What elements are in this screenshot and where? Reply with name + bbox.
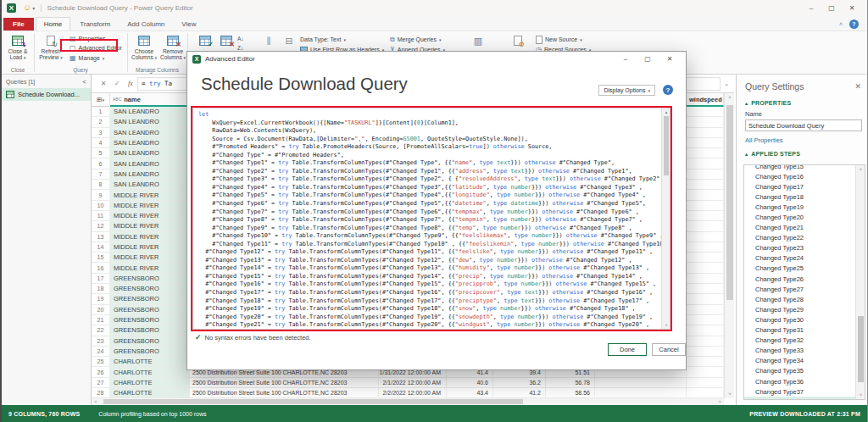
- applied-step-item[interactable]: Changed Type23: [744, 243, 855, 253]
- collapse-triangle-icon[interactable]: ▴: [745, 151, 748, 157]
- applied-step-item[interactable]: Changed Type33: [744, 346, 855, 356]
- scroll-up-icon[interactable]: ˄: [725, 95, 735, 100]
- scroll-up-icon[interactable]: ˄: [856, 167, 865, 172]
- value-cell: 58.56: [546, 388, 595, 397]
- applied-step-item[interactable]: Changed Type27: [744, 284, 855, 294]
- remove-columns-icon: ✕: [167, 36, 179, 46]
- applied-step-item-selected[interactable]: ✕Changed Type38: [744, 397, 855, 400]
- dialog-maximize-button[interactable]: ▢: [637, 55, 659, 63]
- code-line: #"Changed Type14" = try Table.TransformC…: [198, 264, 661, 273]
- sort-ascending-button[interactable]: A↓: [237, 34, 244, 43]
- query-name-input[interactable]: [745, 119, 862, 131]
- applied-step-item[interactable]: Changed Type29: [744, 304, 855, 314]
- applied-step-item[interactable]: Changed Type18: [744, 192, 855, 202]
- applied-step-item[interactable]: Changed Type31: [744, 325, 855, 336]
- code-scrollbar[interactable]: ▴ ˅: [661, 108, 670, 329]
- quick-access-caret-icon[interactable]: ▾: [32, 5, 35, 11]
- dialog-minimize-button[interactable]: –: [615, 55, 637, 63]
- tab-home[interactable]: Home: [36, 17, 70, 31]
- close-button[interactable]: ✕: [842, 4, 862, 12]
- all-properties-link[interactable]: All Properties: [737, 131, 868, 146]
- properties-button[interactable]: ▤ Properties: [70, 34, 105, 43]
- applied-step-item[interactable]: Changed Type25: [744, 264, 855, 274]
- annotation-box-code: let WxQuery=Excel.CurrentWorkbook(){[Nam…: [191, 106, 672, 331]
- scroll-up-icon[interactable]: ▴: [662, 109, 670, 114]
- steps-scrollbar[interactable]: ˄ ˅: [855, 165, 865, 399]
- feedback-smiley-icon[interactable]: ☺: [23, 3, 31, 12]
- advanced-editor-button[interactable]: ▢ Advanced Editor: [70, 43, 122, 53]
- scrollbar-thumb[interactable]: [726, 105, 733, 300]
- collapse-triangle-icon[interactable]: ▴: [745, 100, 748, 106]
- applied-step-item[interactable]: Changed Type15: [744, 164, 855, 171]
- applied-step-item[interactable]: Changed Type19: [744, 202, 855, 212]
- data-source-settings-button[interactable]: ⚙: [504, 33, 532, 48]
- applied-step-item[interactable]: Changed Type21: [744, 223, 855, 233]
- formula-expand-icon[interactable]: ⌄: [724, 81, 729, 87]
- display-options-button[interactable]: Display Options ▾: [598, 85, 655, 96]
- dialog-close-button[interactable]: ✕: [659, 55, 681, 63]
- remove-columns-button[interactable]: ✕ RemoveColumns ▾: [159, 33, 187, 61]
- remove-rows-button[interactable]: ✕: [212, 33, 241, 48]
- tab-view[interactable]: View: [174, 18, 203, 31]
- done-button[interactable]: Done: [608, 343, 647, 356]
- merge-queries-button[interactable]: ⧉ Merge Queries ▾: [390, 35, 442, 44]
- applied-step-item[interactable]: Changed Type20: [744, 212, 855, 222]
- dialog-help-icon[interactable]: ?: [663, 85, 673, 95]
- applied-step-item[interactable]: Changed Type24: [744, 253, 855, 264]
- scrollbar-thumb[interactable]: [103, 399, 523, 404]
- applied-step-item[interactable]: Changed Type26: [744, 274, 855, 284]
- applied-step-item[interactable]: Changed Type35: [744, 366, 855, 376]
- group-by-button[interactable]: ⊟: [275, 33, 303, 48]
- data-type-button[interactable]: Data Type: Text ▾: [300, 35, 346, 44]
- close-settings-icon[interactable]: ✕: [854, 82, 861, 91]
- applied-step-item[interactable]: Changed Type17: [744, 181, 855, 192]
- close-and-load-button[interactable]: ↴ Close &Load ▾: [3, 33, 32, 61]
- empty-cell: [595, 378, 687, 387]
- applied-step-item[interactable]: Changed Type16: [744, 171, 855, 181]
- refresh-preview-button[interactable]: ↻ RefreshPreview ▾: [36, 33, 65, 61]
- maximize-button[interactable]: ▢: [821, 4, 842, 12]
- table-vertical-scrollbar[interactable]: ˄ ˅: [724, 93, 734, 398]
- applied-step-item[interactable]: Changed Type34: [744, 356, 855, 366]
- scroll-right-icon[interactable]: >: [718, 398, 721, 405]
- applied-step-item[interactable]: Changed Type36: [744, 376, 855, 386]
- choose-columns-button[interactable]: ChooseColumns ▾: [130, 33, 159, 61]
- collapse-ribbon-icon[interactable]: ˄: [839, 21, 843, 27]
- manage-parameters-button[interactable]: ▥: [464, 33, 492, 48]
- scroll-down-icon[interactable]: ˅: [725, 391, 735, 397]
- formula-accept-icon[interactable]: ✓: [110, 80, 124, 87]
- scroll-down-icon[interactable]: ˅: [662, 323, 670, 328]
- delete-step-icon[interactable]: ✕: [747, 398, 751, 400]
- windspeed-cell: [687, 158, 724, 168]
- new-source-button[interactable]: New Source ▾: [536, 35, 582, 44]
- column-header-name[interactable]: ABC name: [110, 93, 190, 107]
- formula-cancel-icon[interactable]: ✕: [97, 80, 110, 87]
- query-list-item[interactable]: Schedule Download...: [2, 88, 91, 101]
- help-icon[interactable]: ?: [849, 19, 859, 29]
- cancel-button[interactable]: Cancel: [652, 343, 686, 356]
- table-horizontal-scrollbar[interactable]: < >: [92, 398, 724, 405]
- applied-step-item[interactable]: Changed Type22: [744, 233, 855, 243]
- name-cell: MIDDLE RIVER: [110, 201, 190, 210]
- profiling-status[interactable]: Column profiling based on top 1000 rows: [98, 411, 206, 417]
- scrollbar-thumb[interactable]: [664, 116, 669, 175]
- table-row[interactable]: 27CHARLOTTE2500 Distribution Street Suit…: [92, 378, 724, 388]
- minimize-button[interactable]: –: [801, 4, 821, 12]
- tab-transform[interactable]: Transform: [72, 18, 118, 31]
- tab-file[interactable]: File: [3, 18, 34, 31]
- tab-add-column[interactable]: Add Column: [120, 18, 172, 31]
- scrollbar-thumb[interactable]: [858, 316, 864, 382]
- name-cell: CHARLOTTE: [110, 378, 190, 387]
- applied-step-item[interactable]: Changed Type32: [744, 336, 855, 346]
- scroll-left-icon[interactable]: <: [94, 398, 97, 405]
- collapse-queries-panel-icon[interactable]: <: [82, 78, 86, 86]
- applied-step-item[interactable]: Changed Type28: [744, 294, 855, 304]
- table-row[interactable]: 28CHARLOTTE2500 Distribution Street Suit…: [92, 388, 724, 398]
- scroll-down-icon[interactable]: ˅: [856, 392, 865, 397]
- applied-step-item[interactable]: Changed Type30: [744, 314, 855, 325]
- manage-button[interactable]: ▦ Manage ▾: [70, 53, 104, 63]
- column-header-windspeed[interactable]: windspeed: [687, 93, 724, 107]
- applied-step-item[interactable]: Changed Type37: [744, 386, 855, 397]
- code-editor[interactable]: let WxQuery=Excel.CurrentWorkbook(){[Nam…: [193, 109, 661, 329]
- table-corner-button[interactable]: ⊞▾: [92, 93, 110, 107]
